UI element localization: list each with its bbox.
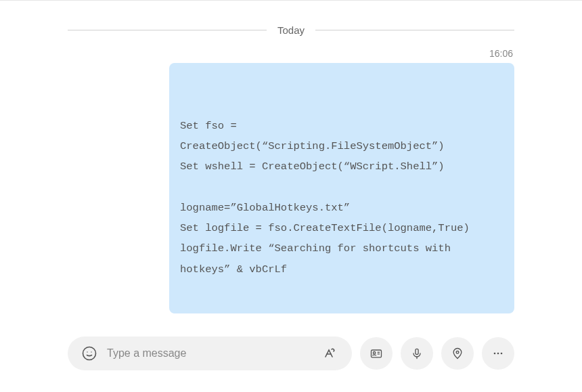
microphone-button[interactable] bbox=[401, 337, 433, 370]
svg-point-12 bbox=[501, 353, 503, 355]
location-button[interactable] bbox=[441, 337, 474, 370]
message-container: 16:06 Set fso = CreateObject(“Scripting.… bbox=[68, 48, 514, 313]
svg-rect-3 bbox=[372, 350, 382, 357]
date-divider-label: Today bbox=[267, 24, 315, 36]
message-input[interactable] bbox=[97, 336, 322, 370]
svg-point-2 bbox=[91, 351, 91, 352]
top-border bbox=[0, 0, 582, 1]
chat-area: Today 16:06 Set fso = CreateObject(“Scri… bbox=[0, 0, 582, 330]
input-wrapper bbox=[68, 336, 352, 370]
composer bbox=[68, 336, 514, 370]
svg-point-4 bbox=[373, 352, 375, 354]
svg-rect-7 bbox=[416, 349, 418, 354]
handwriting-icon[interactable] bbox=[322, 345, 338, 362]
contact-card-button[interactable] bbox=[360, 337, 393, 370]
emoji-icon[interactable] bbox=[81, 345, 97, 362]
divider-line-right bbox=[315, 30, 514, 30]
svg-point-0 bbox=[83, 347, 96, 360]
more-button[interactable] bbox=[482, 337, 514, 370]
svg-point-1 bbox=[87, 351, 87, 352]
svg-point-10 bbox=[494, 353, 496, 355]
message-bubble[interactable]: Set fso = CreateObject(“Scripting.FileSy… bbox=[169, 63, 514, 313]
svg-point-11 bbox=[497, 353, 499, 355]
message-timestamp: 16:06 bbox=[68, 48, 514, 59]
divider-line-left bbox=[68, 30, 267, 30]
date-divider: Today bbox=[68, 24, 514, 36]
svg-point-9 bbox=[456, 351, 459, 354]
